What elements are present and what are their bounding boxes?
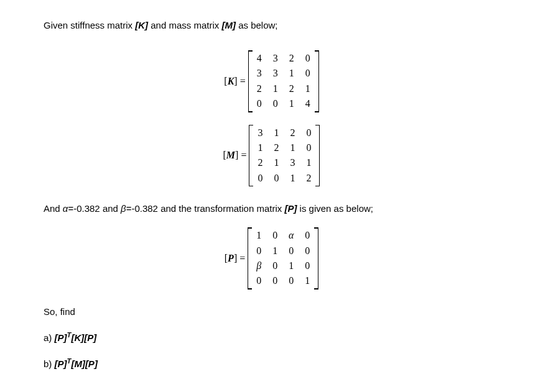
matrix-p-cells: 10α00100β0100001 xyxy=(253,227,313,289)
matrix-cell: 2 xyxy=(256,82,263,96)
matrix-cell: 0 xyxy=(255,274,262,288)
matrix-cell: 0 xyxy=(304,259,311,273)
matrix-m-cells: 3120121021310012 xyxy=(254,125,315,187)
matrix-cell: 2 xyxy=(288,52,295,65)
matrix-k-block: [K] = 4320331021210014 xyxy=(44,50,499,112)
matrix-cell: 0 xyxy=(304,52,312,65)
intro-text: Given stiffness matrix [K] and mass matr… xyxy=(44,19,499,32)
question-a: a) [P]T[K][P] xyxy=(44,330,499,344)
matrix-cell: 2 xyxy=(288,82,295,96)
matrix-cell: 0 xyxy=(255,244,262,258)
matrix-cell: 1 xyxy=(304,274,311,288)
matrix-m-label: [M] = xyxy=(223,148,247,162)
matrix-m: 3120121021310012 xyxy=(249,125,320,187)
params-prefix: And xyxy=(44,203,63,214)
matrix-m-block: [M] = 3120121021310012 xyxy=(44,125,499,187)
matrix-cell: 0 xyxy=(304,66,312,80)
matrix-cell: 2 xyxy=(289,126,296,140)
matrix-p: 10α00100β0100001 xyxy=(248,227,318,289)
question-a-rest: [K][P] xyxy=(71,332,96,343)
matrix-cell: 3 xyxy=(272,52,279,65)
matrix-cell: 1 xyxy=(304,82,312,96)
matrix-cell: 0 xyxy=(256,97,263,111)
question-b-prefix: b) xyxy=(44,358,55,369)
question-a-expr: [P]T[K][P] xyxy=(55,332,97,343)
matrix-cell: 2 xyxy=(272,141,280,155)
intro-mid: and mass matrix xyxy=(148,20,221,30)
matrix-cell: 4 xyxy=(304,97,312,111)
matrix-cell: 1 xyxy=(289,141,296,155)
matrix-cell: 1 xyxy=(287,259,295,273)
matrix-cell: 3 xyxy=(256,66,263,80)
matrix-cell: 0 xyxy=(271,259,279,273)
matrix-k: 4320331021210014 xyxy=(248,50,319,112)
matrix-cell: β xyxy=(255,259,262,273)
params-text: And α=-0.382 and β=-0.382 and the transf… xyxy=(44,202,499,215)
bracket-right-icon xyxy=(313,227,318,289)
matrix-p-var: P xyxy=(228,253,234,263)
alpha-value: =-0.382 xyxy=(68,203,100,214)
matrix-cell: 0 xyxy=(287,244,295,258)
matrix-cell: 1 xyxy=(255,229,262,242)
matrix-cell: 3 xyxy=(272,66,279,80)
beta-value: =-0.382 xyxy=(126,203,158,214)
matrix-p-label: [P] = xyxy=(225,252,245,265)
matrix-cell: 1 xyxy=(256,141,264,155)
matrix-cell: 0 xyxy=(271,274,279,288)
matrix-m-var: M xyxy=(226,150,235,160)
matrix-cell: 1 xyxy=(272,156,280,170)
matrix-cell: α xyxy=(287,229,295,242)
question-a-prefix: a) xyxy=(44,332,55,343)
matrix-cell: 1 xyxy=(288,66,295,80)
bracket-right-icon xyxy=(315,125,320,187)
intro-prefix: Given stiffness matrix xyxy=(44,20,135,30)
matrix-cell: 0 xyxy=(287,274,295,288)
intro-m-label: [M] xyxy=(221,20,236,30)
matrix-cell: 2 xyxy=(305,171,312,185)
matrix-cell: 1 xyxy=(305,156,312,170)
intro-suffix: as below; xyxy=(236,20,278,30)
matrix-cell: 0 xyxy=(272,171,280,185)
matrix-cell: 4 xyxy=(256,52,263,65)
matrix-cell: 0 xyxy=(305,126,312,140)
params-p-label: [P] xyxy=(284,203,297,214)
matrix-cell: 1 xyxy=(272,82,279,96)
question-b: b) [P]T[M][P] xyxy=(44,357,499,370)
bracket-left-icon xyxy=(249,125,254,187)
matrix-cell: 3 xyxy=(256,126,264,140)
params-and2: and the transformation matrix xyxy=(158,203,284,214)
matrix-cell: 0 xyxy=(304,229,311,242)
matrix-cell: 1 xyxy=(272,126,280,140)
matrix-cell: 0 xyxy=(271,229,279,242)
intro-k-label: [K] xyxy=(135,20,148,30)
bracket-left-icon xyxy=(248,50,253,112)
matrix-k-var: K xyxy=(228,76,234,86)
matrix-cell: 1 xyxy=(288,97,295,111)
bracket-left-icon xyxy=(248,227,253,289)
question-b-rest: [M][P] xyxy=(71,358,97,369)
matrix-cell: 0 xyxy=(272,97,279,111)
params-suffix: is given as below; xyxy=(297,203,373,214)
question-a-open: [P] xyxy=(55,332,67,343)
matrix-cell: 1 xyxy=(289,171,296,185)
matrix-k-label: [K] = xyxy=(224,75,245,88)
matrix-p-block: [P] = 10α00100β0100001 xyxy=(44,227,499,289)
matrix-cell: 0 xyxy=(304,244,311,258)
question-b-open: [P] xyxy=(55,358,67,369)
bracket-right-icon xyxy=(314,50,319,112)
matrix-cell: 0 xyxy=(256,171,264,185)
question-b-expr: [P]T[M][P] xyxy=(55,358,98,369)
beta-symbol: β xyxy=(121,203,126,214)
matrix-cell: 1 xyxy=(271,244,279,258)
matrix-cell: 3 xyxy=(289,156,296,170)
matrix-k-cells: 4320331021210014 xyxy=(253,50,314,112)
params-and1: and xyxy=(100,203,121,214)
so-find-text: So, find xyxy=(44,305,499,318)
matrix-cell: 2 xyxy=(256,156,264,170)
matrix-cell: 0 xyxy=(305,141,312,155)
